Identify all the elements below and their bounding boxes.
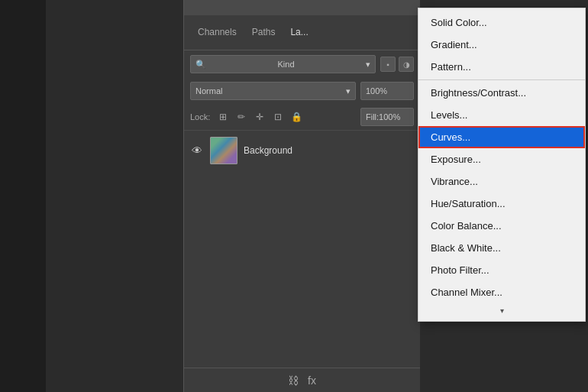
lock-icons: ⊞ ✏ ✛ ⊡ 🔒 (216, 110, 303, 124)
menu-item-photo-filter[interactable]: Photo Filter... (418, 259, 585, 281)
visibility-eye-icon[interactable]: 👁 (190, 144, 204, 157)
menu-item-black-white[interactable]: Black & White... (418, 237, 585, 259)
layers-bottom-bar: ⛓ fx (184, 368, 420, 392)
menu-item-channel-mixer[interactable]: Channel Mixer... (418, 281, 585, 303)
menu-item-levels[interactable]: Levels... (418, 104, 585, 126)
tabs-row: Channels Paths La... (184, 15, 420, 50)
layers-top-bar (184, 0, 420, 15)
menu-item-vibrance[interactable]: Vibrance... (418, 170, 585, 193)
layer-background-row[interactable]: 👁 Background (184, 130, 420, 170)
chevron-down-icon: ▾ (366, 60, 370, 70)
kind-icons: ▪ ◑ (380, 57, 414, 72)
menu-more-arrow: ▾ (418, 303, 585, 318)
tools-panel (46, 0, 183, 392)
search-icon: 🔍 (195, 60, 206, 70)
lock-move-icon[interactable]: ✛ (253, 110, 267, 124)
chevron-down-icon: ▾ (346, 86, 351, 96)
fx-icon[interactable]: fx (308, 374, 316, 387)
layer-thumbnail (210, 137, 237, 164)
pixel-filter-icon[interactable]: ▪ (380, 57, 396, 72)
tab-layers[interactable]: La... (283, 22, 315, 44)
lock-pixels-icon[interactable]: ⊞ (216, 110, 230, 124)
menu-item-hue-saturation[interactable]: Hue/Saturation... (418, 193, 585, 215)
blend-opacity-row: Normal ▾ 100% (184, 78, 420, 104)
left-panel (0, 0, 183, 392)
menu-item-brightness-contrast[interactable]: Brightness/Contrast... (418, 82, 585, 104)
opacity-field[interactable]: 100% (360, 82, 414, 100)
lock-paint-icon[interactable]: ✏ (234, 110, 248, 124)
fill-field[interactable]: Fill: 100% (360, 108, 414, 126)
kind-row: 🔍 Kind ▾ ▪ ◑ (184, 50, 420, 78)
menu-item-solid-color[interactable]: Solid Color... (418, 11, 585, 34)
adjustment-dropdown-menu: Solid Color... Gradient... Pattern... Br… (418, 8, 586, 322)
menu-item-color-balance[interactable]: Color Balance... (418, 215, 585, 237)
lock-all-icon[interactable]: 🔒 (289, 110, 303, 124)
link-icon[interactable]: ⛓ (288, 374, 299, 387)
tab-paths[interactable]: Paths (244, 22, 283, 44)
layer-thumb-preview (211, 138, 237, 164)
lock-label: Lock: (190, 112, 210, 121)
layer-name: Background (244, 145, 292, 156)
tab-channels[interactable]: Channels (190, 22, 244, 44)
lock-artboard-icon[interactable]: ⊡ (271, 110, 285, 124)
menu-item-gradient[interactable]: Gradient... (418, 34, 585, 56)
kind-select[interactable]: 🔍 Kind ▾ (190, 55, 376, 73)
blend-mode-select[interactable]: Normal ▾ (190, 82, 356, 100)
layers-panel: Channels Paths La... 🔍 Kind ▾ ▪ ◑ Normal… (183, 0, 420, 392)
menu-item-exposure[interactable]: Exposure... (418, 148, 585, 170)
menu-separator-1 (418, 79, 585, 80)
menu-item-curves[interactable]: Curves... (418, 126, 585, 148)
lock-row: Lock: ⊞ ✏ ✛ ⊡ 🔒 Fill: 100% (184, 104, 420, 130)
adjustment-filter-icon[interactable]: ◑ (399, 57, 414, 72)
menu-item-pattern[interactable]: Pattern... (418, 56, 585, 78)
